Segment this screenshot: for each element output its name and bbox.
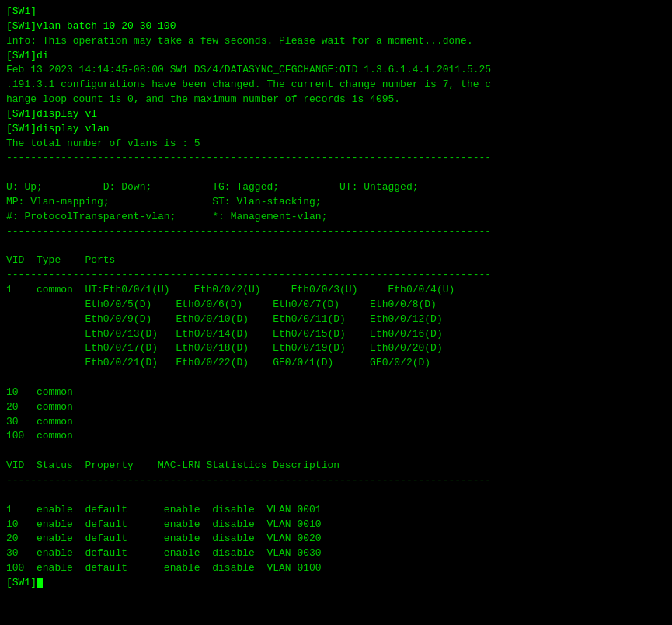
terminal-line xyxy=(6,371,666,386)
terminal-line: The total number of vlans is : 5 xyxy=(6,137,666,152)
terminal-line: ----------------------------------------… xyxy=(6,225,666,239)
terminal-line: MP: Vlan-mapping; ST: Vlan-stacking; xyxy=(6,195,666,210)
terminal-line: [SW1] xyxy=(6,576,666,591)
terminal-line: Info: This operation may take a few seco… xyxy=(6,34,666,49)
terminal-line: ----------------------------------------… xyxy=(6,151,666,166)
terminal-line: [SW1]vlan batch 10 20 30 100 xyxy=(6,19,666,34)
terminal-line: Eth0/0/21(D) Eth0/0/22(D) GE0/0/1(D) GE0… xyxy=(6,356,666,371)
terminal-line: #: ProtocolTransparent-vlan; *: Manageme… xyxy=(6,210,666,225)
terminal-line: 30 enable default enable disable VLAN 00… xyxy=(6,546,666,561)
terminal-line: ----------------------------------------… xyxy=(6,473,666,488)
terminal-line xyxy=(6,239,666,254)
terminal-window[interactable]: [SW1][SW1]vlan batch 10 20 30 100Info: T… xyxy=(0,0,672,625)
terminal-line: VID Type Ports xyxy=(6,253,666,268)
terminal-line: .191.3.1 configurations have been change… xyxy=(6,78,666,93)
terminal-line: ----------------------------------------… xyxy=(6,268,666,283)
terminal-line xyxy=(6,444,666,459)
terminal-line: U: Up; D: Down; TG: Tagged; UT: Untagged… xyxy=(6,180,666,195)
terminal-line: Eth0/0/5(D) Eth0/0/6(D) Eth0/0/7(D) Eth0… xyxy=(6,298,666,312)
terminal-line: [SW1]di xyxy=(6,49,666,64)
terminal-line: 10 common xyxy=(6,386,666,400)
terminal-line: Eth0/0/17(D) Eth0/0/18(D) Eth0/0/19(D) E… xyxy=(6,341,666,356)
terminal-line: 20 enable default enable disable VLAN 00… xyxy=(6,532,666,546)
terminal-line: 20 common xyxy=(6,400,666,415)
terminal-line: 1 common UT:Eth0/0/1(U) Eth0/0/2(U) Eth0… xyxy=(6,283,666,298)
terminal-line: [SW1] xyxy=(6,5,666,19)
terminal-line: 1 enable default enable disable VLAN 000… xyxy=(6,503,666,518)
terminal-line: hange loop count is 0, and the maximum n… xyxy=(6,93,666,107)
terminal-line: Eth0/0/9(D) Eth0/0/10(D) Eth0/0/11(D) Et… xyxy=(6,312,666,327)
terminal-line: Eth0/0/13(D) Eth0/0/14(D) Eth0/0/15(D) E… xyxy=(6,327,666,342)
terminal-line: [SW1]display vlan xyxy=(6,122,666,137)
terminal-line xyxy=(6,488,666,503)
terminal-line: [SW1]display vl xyxy=(6,107,666,122)
terminal-cursor xyxy=(37,578,43,588)
terminal-line: 100 enable default enable disable VLAN 0… xyxy=(6,561,666,576)
terminal-line: VID Status Property MAC-LRN Statistics D… xyxy=(6,459,666,473)
terminal-line: Feb 13 2023 14:14:45-08:00 SW1 DS/4/DATA… xyxy=(6,63,666,78)
terminal-line: 10 enable default enable disable VLAN 00… xyxy=(6,518,666,532)
terminal-line: 100 common xyxy=(6,429,666,444)
terminal-line xyxy=(6,166,666,180)
terminal-line: 30 common xyxy=(6,415,666,430)
